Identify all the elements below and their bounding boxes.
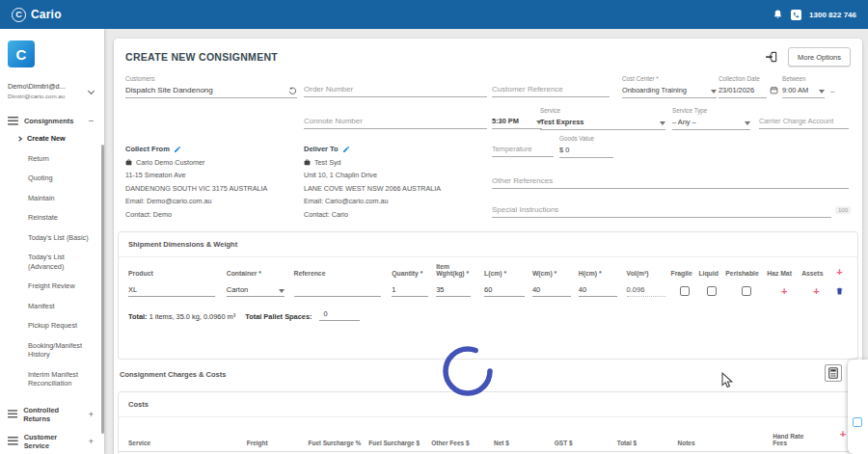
sidebar-item-manifest[interactable]: Manifest	[28, 302, 94, 311]
user-info: Demo\Dimitri@d... Dimitri@cario.com.au	[8, 82, 66, 99]
length-input[interactable]: 60	[484, 285, 525, 297]
temperature-field[interactable]: Temperature	[492, 144, 554, 157]
brand-name: Cario	[31, 8, 62, 21]
delete-row-icon[interactable]	[835, 286, 844, 296]
expand-toggle[interactable]: +	[89, 437, 96, 446]
shipment-dimensions-card: Shipment Dimensions & Weight Product Con…	[118, 231, 858, 360]
add-hazmat-icon[interactable]: +	[781, 286, 787, 296]
carrier-charge-placeholder: Carrier Charge Account	[759, 116, 849, 129]
collect-from-name: Cario Demo Customer	[136, 158, 205, 167]
sidebar-item-reinstate[interactable]: Reinstate	[28, 213, 94, 223]
sidebar-scrollbar[interactable]	[101, 145, 104, 434]
sidebar-section-consignments[interactable]: Consignments –	[0, 111, 104, 130]
dropdown-caret-icon	[745, 121, 750, 125]
calendar-icon[interactable]	[770, 86, 778, 94]
liquid-checkbox[interactable]	[707, 286, 717, 296]
cario-logo[interactable]: C Cario	[12, 8, 62, 22]
service-type-label: Service Type	[672, 107, 750, 114]
sidebar-item-pickup-request[interactable]: Pickup Request	[28, 321, 94, 331]
pallet-spaces-input[interactable]: 0	[319, 309, 360, 321]
other-references-placeholder: Other References	[492, 175, 849, 189]
order-number-field[interactable]: Order Number	[304, 84, 487, 97]
product-input[interactable]: XL	[128, 285, 215, 297]
sidebar-item-return[interactable]: Return	[28, 154, 94, 164]
col-other-fees: Other Fees $	[431, 440, 494, 446]
deliver-to-name: Test Syd	[314, 158, 341, 167]
fragile-checkbox[interactable]	[680, 286, 690, 296]
reference-input[interactable]	[294, 285, 381, 297]
perishable-checkbox[interactable]	[742, 286, 751, 296]
user-menu[interactable]: Demo\Dimitri@d... Dimitri@cario.com.au	[8, 82, 96, 99]
chevron-right-icon	[16, 136, 22, 142]
more-options-button[interactable]: More Options	[788, 47, 851, 67]
collect-from-block: Collect From Cario Demo Customer 11-15 S…	[125, 145, 299, 219]
height-input[interactable]: 40	[579, 285, 617, 297]
collection-date-value: 23/01/2026	[719, 86, 754, 94]
item-wght-input[interactable]: 35	[436, 285, 471, 297]
undo-icon[interactable]	[288, 86, 297, 94]
connote-number-field[interactable]: Connote Number	[304, 116, 487, 129]
quantity-input[interactable]: 1	[392, 285, 428, 297]
add-assets-icon[interactable]: +	[813, 286, 819, 296]
calculator-button[interactable]	[825, 364, 842, 382]
sidebar-item-todays-list-basic[interactable]: Today's List (Basic)	[28, 233, 94, 243]
add-row-icon[interactable]: +	[836, 267, 842, 277]
edit-icon[interactable]	[342, 146, 350, 153]
panel-blue-icon[interactable]	[853, 417, 862, 427]
customers-field[interactable]: Customers Dispatch Site Dandenong	[125, 75, 297, 98]
customer-reference-field[interactable]: Customer Reference	[492, 84, 610, 97]
col-container: Container *	[227, 270, 294, 277]
container-select[interactable]: Carton	[227, 285, 285, 297]
sidebar-item-freight-review[interactable]: Freight Review	[28, 281, 94, 291]
sidebar-section-controlled-returns[interactable]: Controlled Returns +	[0, 401, 104, 428]
phone-icon	[791, 10, 801, 20]
deliver-to-address1: Unit 10, 1 Chaplin Drive	[304, 171, 477, 179]
sidebar-item-create-new[interactable]: Create New	[28, 134, 94, 144]
add-cost-icon[interactable]: +	[840, 429, 846, 439]
dropdown-caret-icon	[279, 289, 285, 293]
costs-table-header: Service Freight Fuel Surcharge % Fuel Su…	[119, 417, 857, 452]
sidebar-item-interim-manifest-reconciliation[interactable]: Interim Manifest Reconciliation	[28, 370, 94, 388]
briefcase-icon	[125, 159, 132, 166]
carrier-charge-account-field[interactable]: Carrier Charge Account	[759, 116, 849, 129]
col-fragile: Fragile	[670, 270, 698, 277]
cost-center-select[interactable]: Cost Center * Onboarding Training	[622, 75, 717, 98]
dropdown-caret-icon	[819, 90, 825, 93]
col-h: H(cm) *	[579, 270, 627, 277]
collection-date-label: Collection Date	[719, 75, 767, 82]
col-perishable: Perishable	[725, 270, 767, 277]
other-references-field[interactable]: Other References	[492, 175, 849, 189]
collection-date-field[interactable]: Collection Date 23/01/2026	[719, 75, 767, 98]
special-instructions-field[interactable]: Special Instructions	[492, 204, 831, 218]
bell-icon[interactable]	[773, 9, 783, 20]
col-freight: Freight	[247, 440, 309, 446]
sidebar-item-booking-manifest-history[interactable]: Booking/Manifest History	[28, 341, 94, 360]
col-reference: Reference	[294, 270, 393, 277]
sidebar-section-customer-service[interactable]: Customer Service +	[0, 428, 104, 454]
import-export-icon[interactable]	[765, 50, 778, 64]
pallet-spaces-label: Total Pallet Spaces:	[245, 312, 312, 321]
expand-toggle[interactable]: +	[89, 410, 96, 419]
width-input[interactable]: 40	[532, 285, 571, 297]
sidebar-section-label: Controlled Returns	[23, 406, 83, 423]
shipment-row: XL Carton 1 35 60 40 40 0.096 + +	[119, 277, 857, 297]
quick-access-panel[interactable]	[848, 360, 868, 454]
sidebar-item-quoting[interactable]: Quoting	[28, 174, 94, 183]
between-time-select[interactable]: Between 9:00 AM	[782, 75, 825, 98]
col-notes: Notes	[677, 440, 773, 446]
deliver-to-block: Deliver To Test Syd Unit 10, 1 Chaplin D…	[304, 145, 477, 219]
collapse-toggle[interactable]: –	[89, 116, 96, 125]
goods-value-field[interactable]: Goods Value $ 0	[559, 135, 613, 158]
user-name: Demo\Dimitri@d...	[8, 82, 66, 91]
edit-icon[interactable]	[174, 146, 181, 153]
character-counter: 100	[835, 206, 851, 214]
mouse-cursor	[721, 372, 733, 392]
sidebar-item-maintain[interactable]: Maintain	[28, 194, 94, 203]
customer-reference-placeholder: Customer Reference	[492, 84, 610, 97]
total-label: Total:	[128, 312, 148, 321]
service-select[interactable]: Service Test Express	[540, 107, 665, 130]
between-end-time-select[interactable]: 5:30 PM	[492, 116, 542, 129]
col-fuel-amt: Fuel Surcharge $	[368, 440, 431, 446]
sidebar-item-todays-list-advanced[interactable]: Today's List (Advanced)	[28, 253, 94, 271]
service-type-select[interactable]: Service Type – Any –	[672, 107, 750, 130]
